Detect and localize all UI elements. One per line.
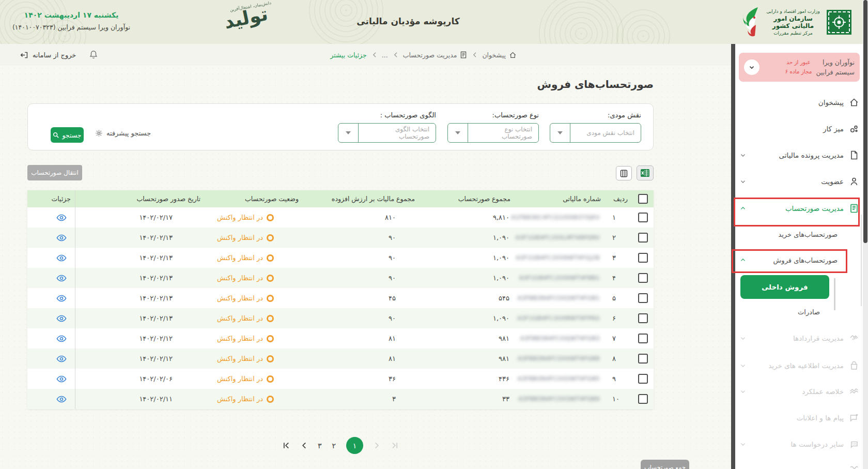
limit-warning-text: عبور از حد مجاز ماده ۶ bbox=[785, 58, 812, 77]
user-badge[interactable]: نوآوران ویرا سیستم فرابین عبور از حد مجا… bbox=[739, 53, 860, 82]
search-button[interactable]: جستجو bbox=[51, 127, 84, 143]
sidebar-item-sales-invoices[interactable]: صورتحساب‌های فروش bbox=[739, 250, 838, 270]
view-details-eye-icon[interactable] bbox=[56, 335, 67, 342]
current-page-badge[interactable]: ۱ bbox=[346, 437, 363, 454]
view-details-eye-icon[interactable] bbox=[56, 375, 67, 383]
filter-card: نقش مودی: نوع صورتحساب: الگوی صورتحساب :… bbox=[27, 103, 654, 150]
status-cell: در انتظار واکنش bbox=[205, 207, 303, 228]
page-button-3[interactable]: ۳ bbox=[318, 442, 322, 450]
chevron-down-icon bbox=[739, 335, 747, 342]
prev-page-button[interactable] bbox=[301, 442, 307, 449]
page-button-2[interactable]: ۲ bbox=[332, 442, 336, 450]
tax-number-masked: A3FBB3N4FC0XHWT4FGB8 bbox=[518, 355, 600, 362]
status-badge: در انتظار واکنش bbox=[217, 294, 263, 302]
issue-date: ۱۴۰۲/۰۲/۱۱ bbox=[75, 389, 205, 409]
invoice-icon bbox=[460, 51, 467, 59]
select-all-checkbox[interactable] bbox=[638, 194, 648, 204]
view-details-eye-icon[interactable] bbox=[56, 295, 67, 302]
header-details: جزئیات bbox=[27, 190, 75, 207]
status-badge: در انتظار واکنش bbox=[217, 254, 263, 262]
sidebar-item-other-requests: سایر درخواست ها bbox=[739, 434, 859, 455]
search-icon bbox=[53, 132, 59, 138]
home-icon bbox=[509, 51, 517, 59]
tax-number-masked: A3FBB3N4FC0XSWT4FQB9 bbox=[518, 396, 600, 402]
sidebar-item-exports[interactable]: صادرات bbox=[739, 301, 820, 322]
role-filter-placeholder: انتخاب نقش مودی bbox=[570, 129, 641, 137]
row-checkbox[interactable] bbox=[638, 293, 648, 303]
status-badge: در انتظار واکنش bbox=[217, 395, 263, 403]
invoice-sum-button[interactable]: جمع صورتحساب bbox=[641, 460, 689, 469]
view-details-eye-icon[interactable] bbox=[56, 214, 67, 221]
breadcrumb-ellipsis[interactable]: ... bbox=[382, 51, 388, 59]
sidebar-item-partial bbox=[739, 457, 859, 469]
status-dot-icon bbox=[267, 375, 274, 383]
invoice-total: ۵۴۵ bbox=[419, 288, 515, 308]
sidebar-item-tax-file[interactable]: مدیریت پرونده مالیاتی bbox=[739, 145, 859, 165]
sidebar-item-contracts: مدیریت قراردادها bbox=[739, 328, 859, 349]
sidebar-item-purchase-invoices[interactable]: صورتحساب‌های خرید bbox=[739, 224, 838, 245]
view-details-eye-icon[interactable] bbox=[56, 275, 67, 282]
row-checkbox[interactable] bbox=[638, 213, 648, 222]
chevron-left-icon bbox=[472, 52, 477, 58]
table-row: ۲ A3F1GB4FC20XLMT48PQRV ۱,۰۹۰ ۹۰ در انتظ… bbox=[27, 228, 654, 248]
type-filter-select[interactable]: انتخاب نوع صورتحساب bbox=[447, 123, 539, 143]
row-number: ۴ bbox=[605, 268, 632, 288]
chart-line-icon bbox=[849, 386, 859, 397]
view-details-eye-icon[interactable] bbox=[56, 254, 67, 262]
pattern-filter-select[interactable]: انتخاب الگوی صورتحساب bbox=[338, 123, 436, 143]
view-details-eye-icon[interactable] bbox=[56, 355, 67, 362]
view-details-eye-icon[interactable] bbox=[56, 315, 67, 322]
sidebar-item-membership[interactable]: عضویت bbox=[739, 171, 859, 192]
tax-org-emblem-icon bbox=[826, 9, 852, 35]
row-checkbox[interactable] bbox=[638, 394, 648, 404]
first-page-button[interactable] bbox=[283, 442, 290, 449]
row-checkbox[interactable] bbox=[638, 253, 648, 263]
row-checkbox[interactable] bbox=[638, 374, 648, 384]
export-excel-button[interactable] bbox=[637, 165, 654, 180]
vat-total: ۹۰ bbox=[303, 308, 419, 328]
row-checkbox[interactable] bbox=[638, 233, 648, 243]
row-checkbox[interactable] bbox=[638, 334, 648, 343]
user-badge-expand-button[interactable] bbox=[744, 59, 760, 75]
logout-button[interactable]: خروج از سامانه bbox=[20, 44, 76, 66]
submenu-guide-line bbox=[834, 278, 835, 310]
date-block: یکشنبه ۱۷ اردیبهشت ۱۴۰۲ نوآوران ویرا سیس… bbox=[8, 11, 134, 31]
column-settings-button[interactable] bbox=[616, 166, 632, 180]
document-icon bbox=[849, 150, 859, 160]
view-details-eye-icon[interactable] bbox=[56, 234, 67, 241]
sidebar-item-messages: پیام ها و اعلانات bbox=[739, 407, 859, 428]
vat-total: ۸۱ bbox=[303, 328, 419, 349]
chevron-down-icon bbox=[739, 178, 747, 185]
sidebar-item-domestic-sales[interactable]: فروش داخلی bbox=[740, 275, 829, 299]
sidebar-scrollbar[interactable] bbox=[731, 44, 735, 469]
notifications-bell-icon[interactable] bbox=[89, 50, 98, 59]
transfer-invoices-button[interactable]: انتقال صورتحساب bbox=[27, 165, 82, 180]
sidebar-item-workspace[interactable]: میز کار bbox=[739, 118, 859, 139]
row-checkbox[interactable] bbox=[638, 354, 648, 364]
sidebar-item-dashboard[interactable]: پیشخوان bbox=[739, 92, 859, 113]
breadcrumb-invoice-mgmt[interactable]: مدیریت صورتحساب bbox=[403, 51, 468, 59]
sidebar-item-invoice-mgmt[interactable]: مدیریت صورتحساب bbox=[739, 198, 859, 219]
row-number: ۵ bbox=[605, 288, 632, 308]
org-line1: وزارت امور اقتصاد و دارایی bbox=[763, 9, 823, 14]
sidebar-item-label: صورتحساب‌های خرید bbox=[739, 231, 838, 238]
breadcrumb-current: جزئیات بیشتر bbox=[330, 51, 367, 59]
status-dot-icon bbox=[267, 315, 274, 322]
role-filter-select[interactable]: انتخاب نقش مودی bbox=[550, 123, 641, 143]
chevron-up-icon bbox=[739, 205, 747, 212]
advanced-search-button[interactable]: جستجو پیشرفته bbox=[95, 129, 151, 137]
breadcrumb-home-label: پیشخوان bbox=[482, 51, 506, 59]
status-badge: در انتظار واکنش bbox=[217, 314, 263, 322]
row-number: ۶ bbox=[605, 308, 632, 328]
vat-total: ۳ bbox=[303, 389, 419, 409]
status-cell: در انتظار واکنش bbox=[205, 248, 303, 268]
breadcrumb-home[interactable]: پیشخوان bbox=[482, 51, 517, 59]
invoice-icon bbox=[849, 203, 859, 214]
sidebar: نوآوران ویرا سیستم فرابین عبور از حد مجا… bbox=[735, 44, 863, 469]
window-scrollbar-thumb[interactable] bbox=[863, 0, 867, 243]
chat-notification-icon bbox=[849, 413, 859, 423]
row-checkbox[interactable] bbox=[638, 273, 648, 283]
row-checkbox[interactable] bbox=[638, 313, 648, 323]
table-row: ۵ A3FBB3N4FC0XQWT4FGB1 ۵۴۵ ۴۵ در انتظار … bbox=[27, 288, 654, 308]
view-details-eye-icon[interactable] bbox=[56, 396, 67, 403]
